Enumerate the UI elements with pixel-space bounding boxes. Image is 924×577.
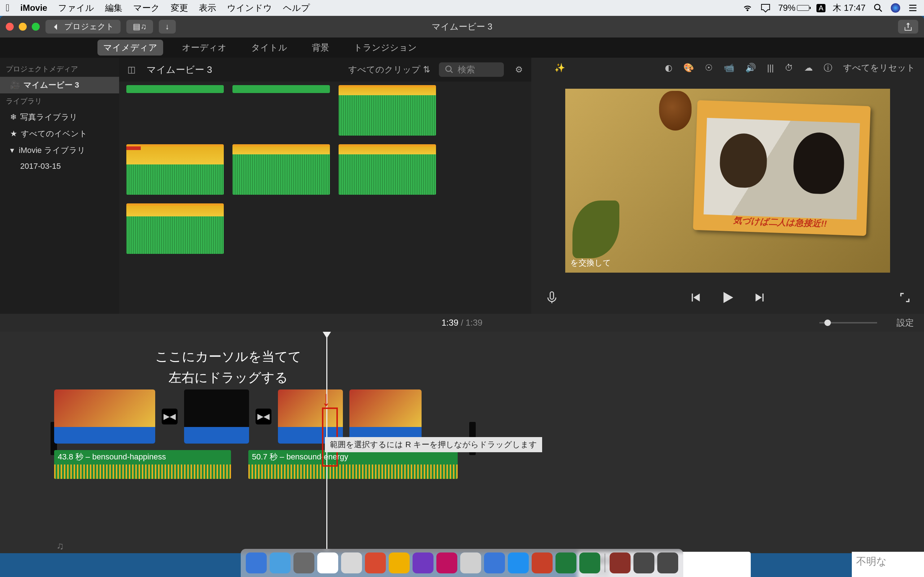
info-icon[interactable]: ⓘ xyxy=(824,62,832,74)
prev-button[interactable] xyxy=(688,291,702,306)
browser-settings-button[interactable]: ⚙ xyxy=(512,63,525,76)
imovie-window: ⏴ プロジェクト ▤♫ ↓ マイムービー 3 マイメディア オーディオ タイトル… xyxy=(0,16,924,553)
timeline-settings-button[interactable]: 設定 xyxy=(897,317,914,329)
dock-app[interactable] xyxy=(556,553,577,574)
audio-clip-thumbnail[interactable] xyxy=(233,85,330,93)
dock-app[interactable] xyxy=(412,553,433,574)
fullscreen-button[interactable] xyxy=(898,291,912,306)
stabilize-icon[interactable]: 📹 xyxy=(724,63,735,73)
flower-icon: ❄ xyxy=(10,113,16,122)
sidebar-toggle-button[interactable]: ◫ xyxy=(125,63,138,76)
dock-app[interactable] xyxy=(270,553,291,574)
menu-help[interactable]: ヘルプ xyxy=(283,2,310,14)
magic-wand-icon[interactable]: ✨ xyxy=(554,63,565,73)
sidebar-project[interactable]: 🎥 マイムービー 3 xyxy=(0,77,119,93)
unknown-peek-window[interactable]: 不明な xyxy=(852,552,924,577)
notification-icon[interactable] xyxy=(908,3,918,14)
clip-filter[interactable]: すべてのクリップ ⇅ xyxy=(348,64,430,76)
color-balance-icon[interactable]: ◐ xyxy=(665,63,672,73)
dock-app[interactable] xyxy=(246,553,267,574)
audio-clip[interactable]: 50.7 秒 – bensound-energy xyxy=(248,450,458,479)
audio-clip-thumbnail[interactable] xyxy=(126,85,224,93)
audio-clip-thumbnail[interactable] xyxy=(233,144,330,195)
sidebar-all-events[interactable]: ★すべてのイベント xyxy=(0,126,119,142)
minimize-button[interactable] xyxy=(19,23,27,31)
next-button[interactable] xyxy=(753,291,767,306)
timeline-zoom-slider[interactable] xyxy=(819,322,877,324)
dock-app[interactable] xyxy=(365,553,386,574)
dock-app[interactable] xyxy=(317,553,338,574)
tab-backgrounds[interactable]: 背景 xyxy=(306,40,335,56)
import-button[interactable]: ↓ xyxy=(159,20,176,34)
search-input[interactable]: 検索 xyxy=(439,62,504,77)
crop-icon[interactable]: ☉ xyxy=(705,63,713,73)
equalizer-icon[interactable]: ||| xyxy=(767,63,774,73)
wifi-icon[interactable] xyxy=(742,3,753,14)
menu-view[interactable]: 表示 xyxy=(199,2,216,14)
audio-clip-thumbnail[interactable] xyxy=(126,144,224,195)
dock-app[interactable] xyxy=(579,553,600,574)
transition[interactable]: ▶◀ xyxy=(162,409,178,424)
transition[interactable]: ▶◀ xyxy=(255,409,271,424)
dock-app[interactable] xyxy=(657,553,678,574)
media-toggle[interactable]: ▤♫ xyxy=(126,20,153,34)
ime-indicator[interactable]: A xyxy=(816,4,825,12)
audio-clip[interactable]: 43.8 秒 – bensound-happiness xyxy=(54,450,231,479)
airplay-icon[interactable] xyxy=(760,3,771,14)
zoom-button[interactable] xyxy=(32,23,40,31)
close-button[interactable] xyxy=(6,23,14,31)
audio-clip-thumbnail[interactable] xyxy=(339,144,436,195)
video-clip[interactable] xyxy=(184,390,249,443)
sidebar-event-date[interactable]: 2017-03-15 xyxy=(0,159,119,174)
menu-edit[interactable]: 編集 xyxy=(105,2,122,14)
sidebar-project-label: マイムービー 3 xyxy=(23,80,79,90)
dock-app[interactable] xyxy=(531,553,552,574)
share-button[interactable] xyxy=(898,20,918,34)
svg-point-1 xyxy=(446,66,451,71)
audio-clip-thumbnail[interactable] xyxy=(339,85,436,135)
menu-mark[interactable]: マーク xyxy=(133,2,160,14)
dock-app[interactable] xyxy=(484,553,505,574)
apple-icon[interactable]:  xyxy=(6,2,10,14)
tab-transitions[interactable]: トランジション xyxy=(348,40,423,56)
play-button[interactable] xyxy=(719,289,736,308)
volume-icon[interactable]: 🔊 xyxy=(745,63,756,73)
search-placeholder: 検索 xyxy=(458,64,475,76)
dock-app[interactable] xyxy=(436,553,457,574)
voiceover-button[interactable] xyxy=(545,291,559,306)
tab-mymedia[interactable]: マイメディア xyxy=(97,40,163,56)
video-clip[interactable] xyxy=(54,390,155,443)
menu-file[interactable]: ファイル xyxy=(58,2,94,14)
dock-app[interactable] xyxy=(341,553,362,574)
browser-breadcrumb[interactable]: マイムービー 3 xyxy=(147,63,212,76)
dock-app[interactable] xyxy=(610,553,630,574)
dock-app[interactable] xyxy=(389,553,410,574)
menu-window[interactable]: ウインドウ xyxy=(227,2,272,14)
sidebar-imovie-library[interactable]: ▾iMovie ライブラリ xyxy=(0,142,119,159)
dock-app[interactable] xyxy=(294,553,314,574)
menubar-clock[interactable]: 木 17:47 xyxy=(833,2,866,14)
tab-titles[interactable]: タイトル xyxy=(246,40,293,56)
dock-app[interactable] xyxy=(460,553,481,574)
clip-grid xyxy=(119,82,531,314)
preview-frame[interactable]: 気づけば二人は急接近!! を交換して xyxy=(565,89,890,272)
sidebar-photo-library[interactable]: ❄写真ライブラリ xyxy=(0,109,119,126)
color-correction-icon[interactable]: 🎨 xyxy=(683,63,694,73)
reset-all-button[interactable]: すべてをリセット xyxy=(843,62,915,74)
back-to-projects-button[interactable]: ⏴ プロジェクト xyxy=(45,20,121,34)
tab-audio[interactable]: オーディオ xyxy=(176,40,233,56)
menu-modify[interactable]: 変更 xyxy=(171,2,188,14)
video-clip[interactable] xyxy=(349,390,422,443)
audio-clip-thumbnail[interactable] xyxy=(126,203,224,254)
music-well-icon[interactable]: ♫ xyxy=(56,540,64,552)
menubar-app[interactable]: iMovie xyxy=(20,3,47,13)
filter-icon[interactable]: ☁ xyxy=(804,63,813,73)
spotlight-icon[interactable] xyxy=(873,3,884,14)
speed-icon[interactable]: ⏱ xyxy=(785,63,793,73)
timeline[interactable]: ▶◀ ▶◀ 19.7 秒 43.8 秒 – bensound-happiness… xyxy=(0,332,924,553)
audio-clip-label: 43.8 秒 – bensound-happiness xyxy=(58,451,166,462)
dock-app[interactable] xyxy=(633,553,654,574)
siri-icon[interactable] xyxy=(891,3,900,13)
dock-app[interactable] xyxy=(508,553,529,574)
battery-status[interactable]: 79% xyxy=(778,3,809,13)
